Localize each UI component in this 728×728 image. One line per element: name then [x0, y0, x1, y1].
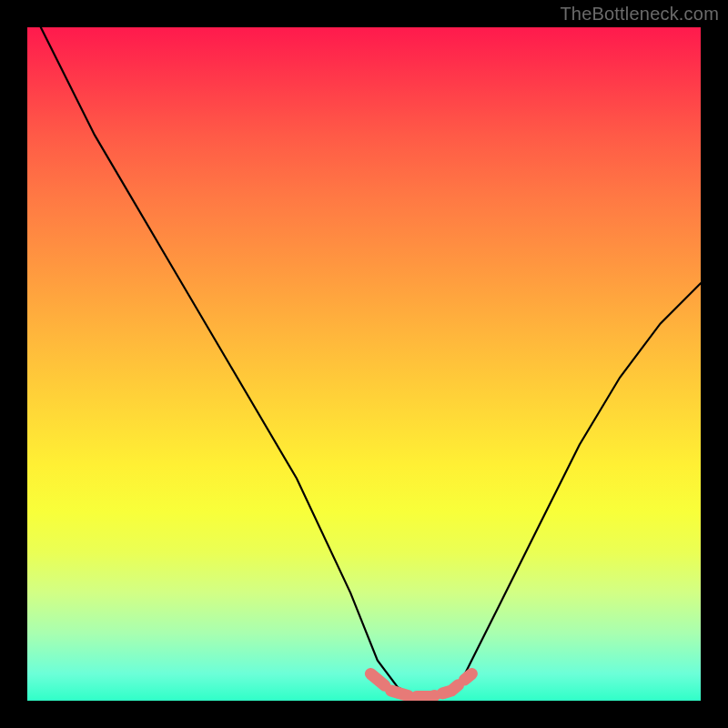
chart-canvas: TheBottleneck.com: [0, 0, 728, 728]
plot-area: [27, 27, 701, 701]
bottleneck-curve: [41, 27, 701, 697]
optimal-band: [370, 673, 471, 696]
chart-svg: [27, 27, 701, 701]
watermark-text: TheBottleneck.com: [560, 4, 719, 25]
